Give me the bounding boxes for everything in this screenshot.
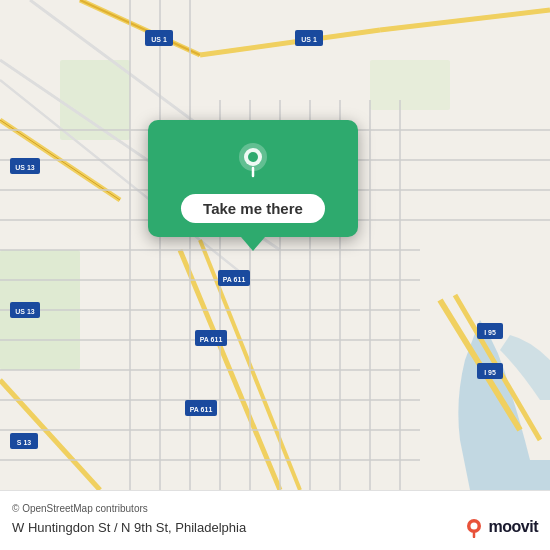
- svg-text:PA 611: PA 611: [190, 406, 213, 413]
- svg-text:US 13: US 13: [15, 308, 35, 315]
- location-pin-icon: [231, 138, 275, 182]
- map-roads-svg: US 1 US 1 US 13 US 13 PA 611 PA 611 PA 6…: [0, 0, 550, 490]
- map-container: US 1 US 1 US 13 US 13 PA 611 PA 611 PA 6…: [0, 0, 550, 490]
- osm-credit-text: © OpenStreetMap contributors: [12, 503, 148, 514]
- moovit-brand-text: moovit: [489, 518, 538, 536]
- svg-rect-3: [370, 60, 450, 110]
- location-popup: Take me there: [148, 120, 358, 237]
- take-me-there-button[interactable]: Take me there: [181, 194, 325, 223]
- svg-text:US 13: US 13: [15, 164, 35, 171]
- svg-rect-2: [60, 60, 130, 140]
- svg-text:S 13: S 13: [17, 439, 32, 446]
- osm-credit-row: © OpenStreetMap contributors: [12, 503, 538, 514]
- moovit-logo: moovit: [463, 516, 538, 538]
- svg-text:I 95: I 95: [484, 329, 496, 336]
- svg-text:US 1: US 1: [151, 36, 167, 43]
- bottom-content: © OpenStreetMap contributors W Huntingdo…: [12, 503, 538, 538]
- svg-text:PA 611: PA 611: [200, 336, 223, 343]
- svg-text:PA 611: PA 611: [223, 276, 246, 283]
- svg-text:I 95: I 95: [484, 369, 496, 376]
- bottom-bar: © OpenStreetMap contributors W Huntingdo…: [0, 490, 550, 550]
- svg-point-62: [248, 152, 258, 162]
- location-label: W Huntingdon St / N 9th St, Philadelphia: [12, 520, 453, 535]
- svg-text:US 1: US 1: [301, 36, 317, 43]
- svg-point-64: [470, 523, 477, 530]
- moovit-pin-icon: [463, 516, 485, 538]
- location-row: W Huntingdon St / N 9th St, Philadelphia…: [12, 516, 538, 538]
